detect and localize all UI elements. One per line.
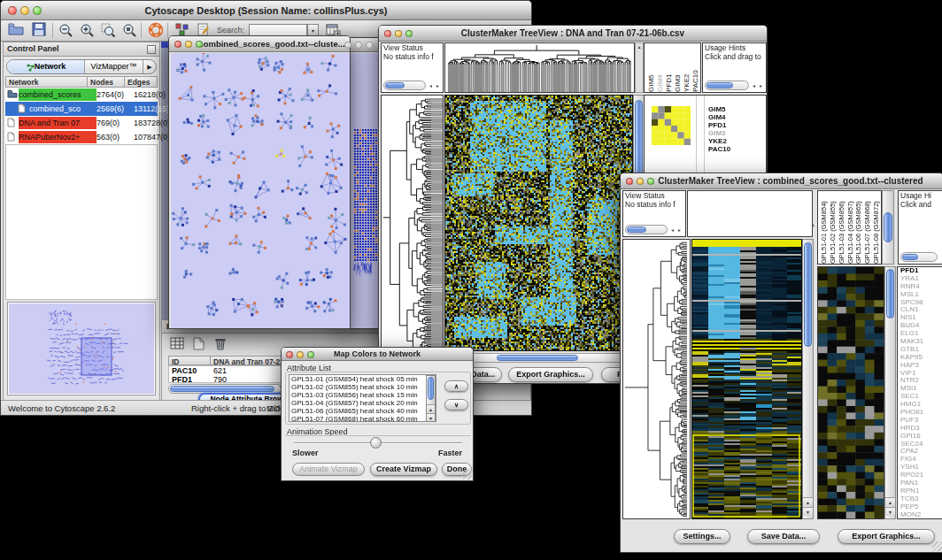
gene-label[interactable]: GIM3 <box>708 129 730 137</box>
network-list-row[interactable]: RNAPuberNov2+563(0)107847(0) <box>5 130 158 144</box>
minimize-icon[interactable] <box>297 351 304 358</box>
network-list-row[interactable]: combined_scores2764(0)16218(0) <box>5 88 158 102</box>
column-scroll-gutter[interactable]: ▴ <box>635 42 644 93</box>
treeview2-column-dendrogram-panel[interactable] <box>687 190 813 237</box>
column-labels-vscrollbar[interactable] <box>882 190 894 265</box>
gene-label[interactable]: PFD1 <box>708 121 730 129</box>
zoom-window-icon[interactable] <box>307 351 314 358</box>
attribute-list-item[interactable]: GPL51-04 (GSM857) heat shock 20 min <box>290 399 426 407</box>
tab-network[interactable]: Network <box>7 60 85 73</box>
view-status-hscrollbar[interactable] <box>625 225 668 234</box>
attribute-listbox[interactable]: GPL51-01 (GSM854) heat shock 05 minGPL51… <box>289 374 436 422</box>
gene-label[interactable]: YKE2 <box>708 137 730 145</box>
column-label[interactable]: PFD1 <box>665 46 674 92</box>
close-icon[interactable] <box>344 42 351 49</box>
close-icon[interactable] <box>174 41 181 48</box>
table-cell[interactable]: PFD1 <box>172 375 192 384</box>
zoom-window-icon[interactable] <box>196 41 203 48</box>
attribute-list-item[interactable]: GPL51-03 (GSM856) heat shock 15 min <box>290 391 426 399</box>
column-label[interactable]: GPL51-03 (GSM856) <box>838 193 846 264</box>
move-down-button[interactable]: ∨ <box>444 399 468 410</box>
column-label[interactable]: GPL51-07 (GSM868) <box>863 193 872 264</box>
zoom-out-icon[interactable] <box>56 22 75 40</box>
table-cell[interactable]: 621 <box>213 366 227 375</box>
column-label[interactable]: PAC10 <box>691 46 700 92</box>
zoom-panel-vscrollbar[interactable]: ▴ ▾ <box>884 266 896 519</box>
zoom-window-icon[interactable] <box>405 30 413 37</box>
speed-slider-thumb[interactable] <box>370 437 382 449</box>
network-list-row[interactable]: DNA and Tran 07769(0)183728(0) <box>5 116 158 130</box>
cluster-thumbnail-canvas[interactable] <box>652 106 691 145</box>
gene-label[interactable]: GIM4 <box>708 113 730 121</box>
column-label[interactable]: GPL51-04 (GSM857) <box>846 193 855 264</box>
zoom-window-icon[interactable] <box>33 6 42 15</box>
move-up-button[interactable]: ∧ <box>444 380 468 392</box>
row-dendrogram-canvas[interactable] <box>382 96 443 359</box>
scroll-down-icon[interactable]: ▾ <box>803 507 813 516</box>
scroll-up-icon[interactable]: ▴ <box>427 404 435 413</box>
save-session-icon[interactable] <box>29 22 49 40</box>
gene-label[interactable]: PAC10 <box>708 145 730 153</box>
create-vizmap-button[interactable]: Create Vizmap <box>370 463 437 476</box>
scroll-right-icon[interactable]: ▸ <box>757 82 765 90</box>
heatmap-canvas[interactable] <box>692 240 801 518</box>
float-panel-icon[interactable] <box>147 45 156 54</box>
minimize-icon[interactable] <box>20 6 29 15</box>
treeview2-button-save-data[interactable]: Save Data... <box>747 529 820 544</box>
column-label[interactable]: GIM4 <box>656 46 665 92</box>
column-label[interactable]: GPL51-08 (GSM872) <box>872 193 881 264</box>
column-label[interactable]: GPL51-02 (GSM855) <box>829 193 838 264</box>
table-cell[interactable]: PAC10 <box>172 366 197 375</box>
scroll-down-icon[interactable]: ▾ <box>427 413 435 422</box>
attribute-list-vscrollbar[interactable]: ▴ ▾ <box>426 375 436 421</box>
treeview2-title-bar[interactable]: ClusterMaker TreeView : combined_scores_… <box>621 173 942 189</box>
treeview2-button-export-graphics[interactable]: Export Graphics... <box>838 529 935 544</box>
scroll-down-icon[interactable]: ▾ <box>885 507 895 516</box>
column-label[interactable]: GIM3 <box>674 46 683 92</box>
minimize-icon[interactable] <box>395 30 402 37</box>
close-icon[interactable] <box>286 351 293 358</box>
scroll-up-icon[interactable]: ▴ <box>803 497 813 506</box>
attribute-list-item[interactable]: GPL51-07 (GSM868) heat shock 60 min <box>290 415 426 422</box>
column-label[interactable]: GIM5 <box>647 46 656 92</box>
network-window-title-bar[interactable]: combined_scores_good.txt--cluste... <box>169 36 350 52</box>
select-attributes-icon[interactable] <box>167 337 187 355</box>
tab-vizmapper[interactable]: VizMapper™ <box>85 60 143 73</box>
column-dendrogram-canvas[interactable] <box>445 43 634 92</box>
zoom-in-icon[interactable] <box>77 22 97 40</box>
dialog-title-bar[interactable]: Map Colors to Network <box>282 348 473 361</box>
delete-attribute-icon[interactable] <box>210 337 229 355</box>
help-lifering-icon[interactable] <box>146 22 166 40</box>
new-attribute-icon[interactable] <box>189 337 208 355</box>
attribute-list-item[interactable]: GPL51-06 (GSM865) heat shock 40 min <box>290 407 426 415</box>
heatmap-canvas[interactable] <box>445 96 632 350</box>
attribute-list-item[interactable]: GPL51-02 (GSM855) heat shock 10 min <box>290 383 426 391</box>
col-header-nodes[interactable]: Nodes <box>87 76 125 88</box>
network-overview-canvas[interactable] <box>9 303 154 394</box>
resize-grip[interactable] <box>462 470 472 479</box>
treeview1-title-bar[interactable]: ClusterMaker TreeView : DNA and Tran 07-… <box>379 26 767 42</box>
zoom-fit-icon[interactable] <box>120 22 139 40</box>
open-session-icon[interactable] <box>6 22 26 40</box>
zoom-window-icon[interactable] <box>366 42 373 49</box>
minimize-icon[interactable] <box>185 41 192 48</box>
col-header-network[interactable]: Network <box>5 76 88 88</box>
treeview2-vscrollbar[interactable]: ▴ ▾ <box>802 239 814 519</box>
minimize-icon[interactable] <box>355 42 362 49</box>
scroll-right-icon[interactable]: ▸ <box>434 82 442 90</box>
network-view-canvas[interactable] <box>171 53 350 328</box>
column-label[interactable]: GPL51-06 (GSM865) <box>854 193 863 264</box>
treeview1-button-export-graphics[interactable]: Export Graphics... <box>508 367 593 382</box>
minimize-icon[interactable] <box>637 178 644 185</box>
resize-grip[interactable] <box>932 541 942 551</box>
close-icon[interactable] <box>8 6 17 15</box>
view-status-hscrollbar[interactable] <box>383 81 426 90</box>
zoom-heatmap-canvas[interactable] <box>818 267 884 518</box>
close-icon[interactable] <box>626 178 633 185</box>
usage-hints-hscrollbar[interactable] <box>705 81 749 90</box>
column-label[interactable]: YKE2 <box>683 46 691 92</box>
scroll-right-icon[interactable]: ▸ <box>676 226 683 234</box>
animate-vizmap-button[interactable]: Animate Vizmap <box>292 463 365 476</box>
gene-label[interactable]: GIM5 <box>708 105 730 113</box>
col-header-id[interactable]: ID <box>168 356 211 365</box>
